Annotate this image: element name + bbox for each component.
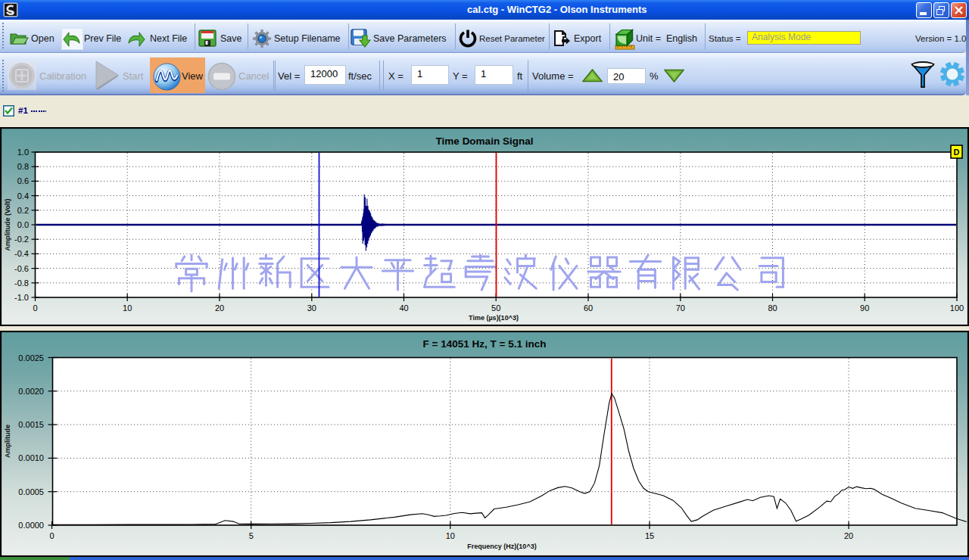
svg-text:-0.6: -0.6 [14,264,29,273]
svg-text:Frequency (Hz)(10^3): Frequency (Hz)(10^3) [467,543,536,550]
svg-text:Amplitude (Volt): Amplitude (Volt) [4,199,11,251]
svg-text:-0.4: -0.4 [14,249,29,258]
svg-text:-0.8: -0.8 [14,278,29,288]
svg-text:D: D [954,148,960,157]
svg-text:-1.0: -1.0 [14,293,29,302]
svg-text:0.0015: 0.0015 [18,420,44,429]
svg-text:-0.2: -0.2 [14,235,29,244]
svg-text:100: 100 [950,303,964,313]
svg-text:0.8: 0.8 [17,162,29,171]
svg-text:20: 20 [215,303,224,313]
svg-text:Amplitude: Amplitude [4,425,11,458]
svg-text:90: 90 [860,303,869,313]
svg-text:0: 0 [33,303,37,313]
svg-text:0.4: 0.4 [17,191,29,201]
svg-text:10: 10 [123,303,132,313]
svg-text:0.0005: 0.0005 [18,487,44,496]
svg-text:50: 50 [491,303,500,313]
svg-text:20: 20 [844,531,853,540]
svg-text:0.0020: 0.0020 [18,387,44,396]
svg-text:80: 80 [768,303,777,313]
svg-text:F = 14051 Hz, T = 5.1 inch: F = 14051 Hz, T = 5.1 inch [423,338,547,350]
svg-text:60: 60 [584,303,593,313]
svg-text:0.0000: 0.0000 [18,521,44,530]
svg-text:0.0010: 0.0010 [18,453,44,462]
svg-text:15: 15 [645,531,654,540]
svg-text:Time Domain Signal: Time Domain Signal [436,135,534,147]
svg-text:5: 5 [249,531,254,540]
svg-text:0.6: 0.6 [17,176,29,185]
svg-text:30: 30 [307,303,316,313]
svg-text:10: 10 [446,531,455,540]
svg-text:Time (µs)(10^3): Time (µs)(10^3) [469,314,519,322]
svg-text:0.0025: 0.0025 [18,353,44,362]
svg-text:0.0: 0.0 [17,220,29,229]
svg-text:70: 70 [676,303,685,313]
svg-text:0: 0 [49,531,54,540]
svg-text:1.0: 1.0 [17,148,29,157]
svg-text:40: 40 [399,303,408,313]
svg-text:0.2: 0.2 [17,206,29,215]
